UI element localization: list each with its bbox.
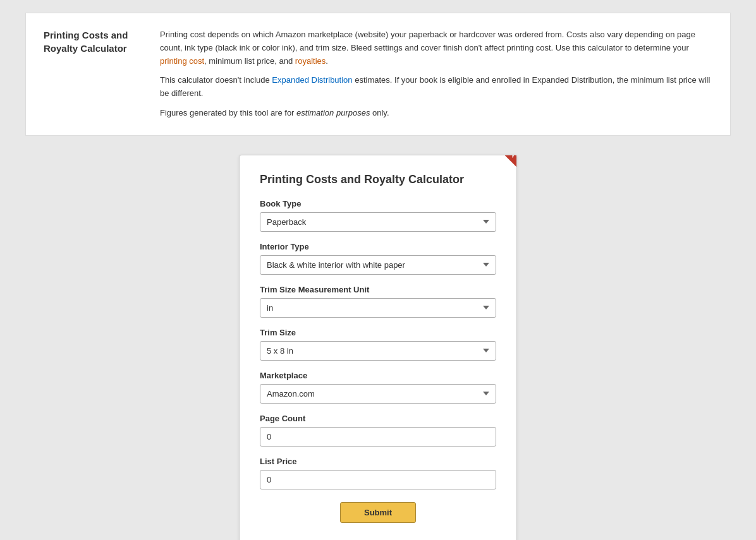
calculator-wrapper: BETA Printing Costs and Royalty Calculat… — [0, 148, 756, 540]
marketplace-select[interactable]: Amazon.com Amazon.co.uk Amazon.de Amazon… — [260, 384, 496, 404]
calculator-title: Printing Costs and Royalty Calculator — [260, 173, 496, 186]
book-type-group: Book Type Paperback Hardcover — [260, 199, 496, 232]
trim-size-unit-label: Trim Size Measurement Unit — [260, 285, 496, 294]
interior-type-select[interactable]: Black & white interior with white paper … — [260, 255, 496, 275]
list-price-label: List Price — [260, 457, 496, 466]
list-price-group: List Price — [260, 457, 496, 489]
marketplace-group: Marketplace Amazon.com Amazon.co.uk Amaz… — [260, 371, 496, 404]
book-type-label: Book Type — [260, 199, 496, 208]
beta-badge-container: BETA — [479, 155, 516, 193]
info-paragraph-3: Figures generated by this tool are for e… — [160, 107, 712, 120]
trim-size-unit-select[interactable]: in cm — [260, 298, 496, 318]
submit-button[interactable]: Submit — [340, 502, 416, 523]
trim-size-select[interactable]: 5 x 8 in 5.06 x 7.81 in 5.5 x 8.5 in 6 x… — [260, 341, 496, 361]
page-count-group: Page Count — [260, 414, 496, 447]
trim-size-group: Trim Size 5 x 8 in 5.06 x 7.81 in 5.5 x … — [260, 328, 496, 361]
list-price-input[interactable] — [260, 470, 496, 489]
interior-type-group: Interior Type Black & white interior wit… — [260, 242, 496, 275]
trim-size-unit-group: Trim Size Measurement Unit in cm — [260, 285, 496, 318]
royalties-link[interactable]: royalties — [295, 56, 326, 66]
beta-badge: BETA — [487, 155, 516, 169]
page-count-label: Page Count — [260, 414, 496, 423]
calculator-card: BETA Printing Costs and Royalty Calculat… — [239, 155, 517, 540]
info-panel: Printing Costs and Royalty Calculator Pr… — [25, 13, 731, 136]
info-panel-title: Printing Costs and Royalty Calculator — [44, 28, 145, 120]
book-type-select[interactable]: Paperback Hardcover — [260, 212, 496, 232]
info-paragraph-2: This calculator doesn't include Expanded… — [160, 74, 712, 100]
printing-cost-link[interactable]: printing cost — [160, 56, 204, 66]
expanded-distribution-link[interactable]: Expanded Distribution — [272, 75, 352, 85]
info-panel-content: Printing cost depends on which Amazon ma… — [160, 28, 712, 120]
interior-type-label: Interior Type — [260, 242, 496, 251]
trim-size-label: Trim Size — [260, 328, 496, 337]
info-paragraph-1: Printing cost depends on which Amazon ma… — [160, 28, 712, 68]
page-count-input[interactable] — [260, 427, 496, 447]
marketplace-label: Marketplace — [260, 371, 496, 380]
